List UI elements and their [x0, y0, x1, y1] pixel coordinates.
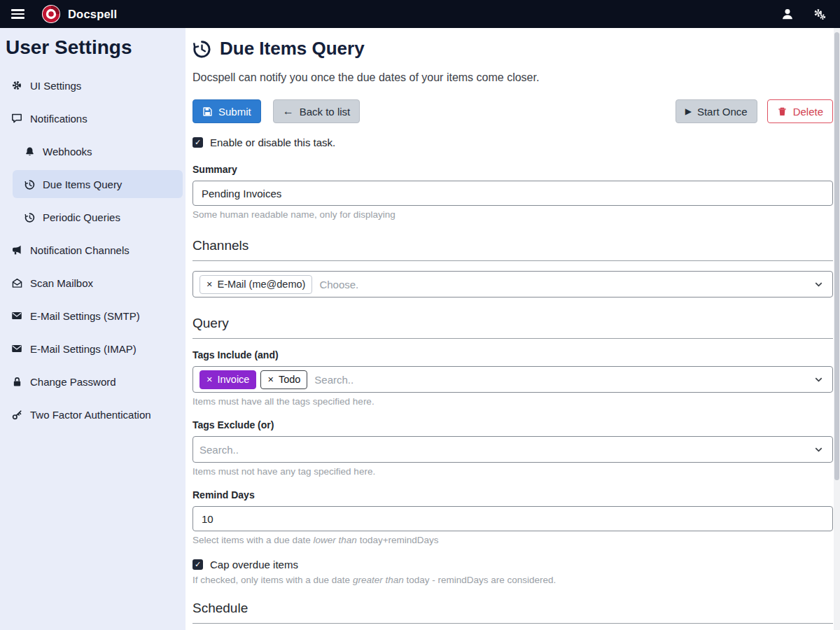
channel-chip[interactable]: × E-Mail (me@demo): [200, 275, 312, 294]
start-once-button[interactable]: ▶ Start Once: [676, 99, 757, 123]
sidebar-item-label: E-Mail Settings (IMAP): [30, 343, 136, 355]
history-icon: [192, 39, 211, 58]
main-content: Due Items Query Docspell can notify you …: [186, 28, 840, 630]
sidebar-item-due-items-query[interactable]: Due Items Query: [13, 170, 183, 198]
tags-exclude-help: Items must not have any tag specified he…: [192, 466, 833, 477]
query-section-heading: Query: [192, 316, 833, 339]
remind-days-label: Remind Days: [192, 489, 833, 500]
checkbox-checked-icon: ✓: [192, 137, 203, 148]
sidebar-item-label: Webhooks: [43, 146, 92, 158]
sidebar-item-label: Notification Channels: [30, 244, 130, 256]
sidebar-item-scan-mailbox[interactable]: Scan Mailbox: [0, 269, 186, 297]
submit-label: Submit: [218, 106, 251, 118]
close-icon[interactable]: ×: [267, 374, 273, 385]
tag-chip-invoice[interactable]: × Invoice: [200, 370, 256, 389]
close-icon[interactable]: ×: [206, 374, 212, 385]
envelope-icon: [10, 343, 24, 354]
chevron-down-icon: [813, 444, 824, 455]
summary-input[interactable]: [192, 181, 833, 206]
schedule-section-heading: Schedule: [192, 601, 833, 624]
tags-include-placeholder: Search..: [314, 374, 354, 386]
sidebar-item-label: Scan Mailbox: [30, 277, 93, 289]
sidebar-item-label: Due Items Query: [43, 178, 122, 190]
user-lock-icon: [10, 376, 24, 387]
delete-label: Delete: [793, 106, 823, 118]
remind-days-help: Select items with a due date lower than …: [192, 535, 833, 545]
topbar: Docspell: [0, 0, 840, 28]
tags-exclude-label: Tags Exclude (or): [192, 419, 833, 430]
key-icon: [10, 409, 24, 420]
summary-help: Some human readable name, only for displ…: [192, 209, 833, 220]
history-icon: [22, 178, 36, 190]
docspell-logo[interactable]: [41, 4, 61, 24]
history-icon: [22, 211, 36, 223]
sidebar-item-change-password[interactable]: Change Password: [0, 368, 186, 396]
sidebar-item-periodic-queries[interactable]: Periodic Queries: [0, 203, 186, 231]
delete-button[interactable]: Delete: [767, 99, 833, 123]
summary-label: Summary: [192, 164, 833, 175]
sidebar-item-notification-channels[interactable]: Notification Channels: [0, 236, 186, 264]
bell-icon: [22, 146, 36, 157]
arrow-left-icon: ←: [283, 106, 294, 117]
scrollbar-thumb[interactable]: [834, 32, 839, 480]
sidebar-nav: UI Settings Notifications Webhooks: [0, 71, 186, 428]
envelope-icon: [10, 310, 24, 321]
scrollbar: [834, 28, 840, 630]
sidebar-item-label: E-Mail Settings (SMTP): [30, 310, 140, 322]
page-title-text: Due Items Query: [220, 38, 365, 59]
sidebar-item-label: Change Password: [30, 376, 116, 388]
envelope-open-icon: [10, 277, 24, 288]
sidebar-item-label: Periodic Queries: [43, 211, 120, 223]
channels-section-heading: Channels: [192, 238, 833, 261]
sidebar-item-label: Notifications: [30, 113, 88, 125]
tag-chip-label: Todo: [279, 374, 300, 385]
chevron-down-icon: [813, 374, 824, 385]
channels-placeholder: Choose.: [319, 279, 358, 290]
tag-chip-todo[interactable]: × Todo: [260, 370, 307, 389]
cap-overdue-checkbox[interactable]: ✓ Cap overdue items: [192, 559, 833, 570]
cap-overdue-help: If checked, only items with a due date g…: [192, 575, 833, 585]
close-icon[interactable]: ×: [206, 279, 212, 290]
chevron-down-icon: [813, 279, 824, 290]
tags-include-help: Items must have all the tags specified h…: [192, 396, 833, 407]
tags-exclude-placeholder: Search..: [200, 444, 239, 456]
sidebar-item-ui-settings[interactable]: UI Settings: [0, 71, 186, 99]
page-title: Due Items Query: [192, 38, 833, 59]
tag-chip-label: Invoice: [217, 374, 249, 385]
menu-icon[interactable]: [11, 9, 24, 19]
sidebar-item-label: UI Settings: [30, 80, 81, 92]
trash-icon: [777, 106, 788, 117]
page-intro: Docspell can notify you once the due dat…: [192, 71, 833, 84]
start-once-label: Start Once: [697, 106, 748, 118]
enable-task-checkbox[interactable]: ✓ Enable or disable this task.: [192, 136, 833, 148]
cap-overdue-label: Cap overdue items: [210, 559, 298, 570]
action-bar: Submit ← Back to list ▶ Start Once: [192, 99, 833, 123]
tags-exclude-select[interactable]: Search..: [192, 436, 833, 463]
channels-select[interactable]: × E-Mail (me@demo) Choose.: [192, 271, 833, 298]
channel-chip-label: E-Mail (me@demo): [217, 279, 305, 290]
back-to-list-label: Back to list: [300, 106, 351, 118]
sidebar-item-two-factor[interactable]: Two Factor Authentication: [0, 400, 186, 428]
sidebar-title: User Settings: [0, 28, 186, 63]
sidebar-item-notifications[interactable]: Notifications: [0, 104, 186, 132]
tags-include-select[interactable]: × Invoice × Todo Search..: [192, 366, 833, 393]
sidebar-item-label: Two Factor Authentication: [30, 409, 151, 421]
checkbox-checked-icon: ✓: [192, 559, 203, 570]
sidebar-item-email-imap[interactable]: E-Mail Settings (IMAP): [0, 335, 186, 363]
save-icon: [202, 106, 213, 117]
bullhorn-icon: [10, 244, 24, 255]
play-icon: ▶: [685, 107, 692, 115]
remind-days-input[interactable]: [192, 506, 833, 531]
tags-include-label: Tags Include (and): [192, 349, 833, 360]
sidebar-item-webhooks[interactable]: Webhooks: [0, 137, 186, 165]
enable-task-label: Enable or disable this task.: [210, 136, 335, 148]
submit-button[interactable]: Submit: [192, 99, 261, 123]
gear-icon: [10, 80, 24, 91]
sidebar-item-email-smtp[interactable]: E-Mail Settings (SMTP): [0, 302, 186, 330]
user-icon[interactable]: [781, 8, 794, 20]
cogs-icon[interactable]: [813, 8, 826, 20]
app-name: Docspell: [68, 8, 117, 21]
sidebar: User Settings UI Settings Notifications: [0, 28, 186, 630]
comment-icon: [10, 113, 24, 124]
back-to-list-button[interactable]: ← Back to list: [273, 99, 360, 123]
